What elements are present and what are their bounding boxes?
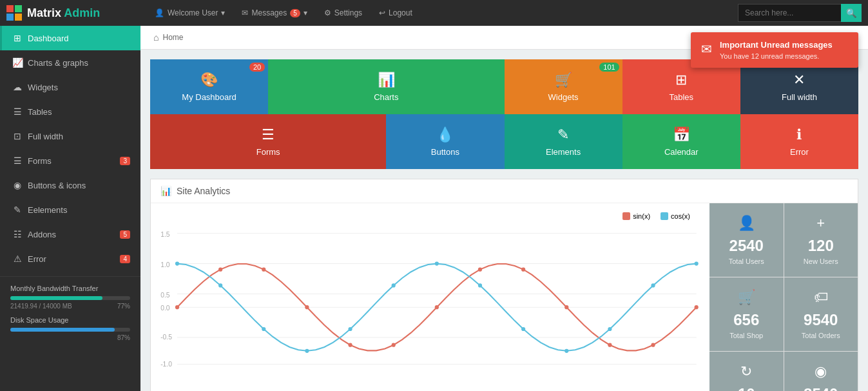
sidebar-badge: 4 [120, 255, 130, 263]
stat-card-ongoing-orders[interactable]: ◉ 8540 Ongoing Orders [784, 352, 858, 391]
svg-text:-0.5: -0.5 [160, 334, 172, 341]
sidebar-label: Dashboard [28, 34, 69, 43]
charts-label: Charts [374, 92, 398, 102]
tile-error[interactable]: ℹ Error [740, 114, 858, 169]
search-input[interactable] [738, 4, 841, 22]
sin-dot [651, 343, 655, 347]
sin-dot [478, 268, 482, 272]
error-label: Error [790, 147, 809, 157]
stat-card-total-orders[interactable]: 🏷 9540 Total Orders [784, 277, 858, 351]
user-dropdown-icon: ▾ [221, 8, 225, 17]
mydashboard-icon: 🎨 [200, 72, 218, 88]
tile-calendar[interactable]: 📅 Calendar [622, 114, 740, 169]
sidebar-item-charts---graphs[interactable]: 📈 Charts & graphs [0, 50, 140, 75]
sidebar-label: Eelements [28, 205, 67, 215]
brand-logo [6, 5, 22, 21]
tile-row-2: ☰ Forms 💧 Buttons ✎ Elements 📅 Calendar … [150, 114, 858, 169]
legend-sin: sin(x) [622, 212, 650, 220]
brand: Matrix Admin [6, 5, 147, 21]
notification-body: You have 12 unread messages. [720, 52, 833, 60]
disk-bar-bg [10, 328, 130, 332]
cos-dot [478, 283, 482, 287]
sin-dot [348, 343, 352, 347]
sidebar-icon: ✎ [12, 205, 23, 215]
svg-text:1.0: 1.0 [160, 261, 170, 268]
disk-percent: 87% [117, 334, 130, 341]
search-icon: 🔍 [846, 8, 857, 18]
cos-dot [564, 349, 568, 353]
bandwidth-title: Monthly Bandwidth Transfer [10, 285, 130, 292]
tile-charts[interactable]: 📊 Charts [268, 59, 504, 114]
user-menu-button[interactable]: 👤 Welcome User ▾ [147, 0, 233, 26]
svg-text:1.5: 1.5 [160, 231, 170, 238]
sidebar-label: Error [28, 254, 46, 264]
stat-label: Total Users [729, 257, 764, 265]
cos-dot [521, 327, 525, 331]
mydashboard-badge: 20 [249, 63, 265, 72]
search-button[interactable]: 🔍 [841, 4, 862, 22]
messages-label: Messages [251, 8, 287, 17]
legend-sin-label: sin(x) [633, 212, 650, 220]
sidebar-icon: ☁ [12, 82, 23, 92]
sidebar-label: Full width [28, 132, 63, 141]
sidebar-label: Tables [28, 107, 52, 117]
sidebar-label: Addons [28, 230, 56, 239]
chart-area: sin(x) cos(x) 1.5 1.0 0.5 0.0 -0.5 [151, 203, 709, 391]
logout-button[interactable]: ↩ Logout [371, 0, 420, 26]
cos-dot [218, 283, 222, 287]
sidebar-nav: ⊞ Dashboard 📈 Charts & graphs ☁ Widgets … [0, 26, 140, 271]
sidebar-item-forms[interactable]: ☰ Forms 3 [0, 148, 140, 173]
settings-button[interactable]: ⚙ Settings [316, 0, 370, 26]
envelope-icon: ✉ [242, 8, 248, 17]
widgets-badge: 101 [599, 63, 619, 72]
messages-button[interactable]: ✉ Messages 5 ▾ [234, 0, 314, 26]
sidebar-item-tables[interactable]: ☰ Tables [0, 99, 140, 124]
stat-label: Total Shop [729, 332, 763, 339]
stat-card-total-shop[interactable]: 🛒 656 Total Shop [709, 277, 784, 351]
tile-elements[interactable]: ✎ Elements [505, 114, 622, 169]
legend-cos-label: cos(x) [671, 212, 690, 220]
breadcrumb-home-label: Home [162, 33, 183, 42]
legend-cos: cos(x) [661, 212, 690, 220]
sidebar-badge: 5 [120, 230, 130, 239]
tile-forms[interactable]: ☰ Forms [150, 114, 386, 169]
sin-dot [175, 305, 179, 309]
fullwidth-label: Full width [782, 92, 817, 102]
notification-popup[interactable]: ✉ Important Unread messages You have 12 … [691, 32, 858, 68]
cos-dot [651, 283, 655, 287]
sidebar-item-eelements[interactable]: ✎ Eelements [0, 197, 140, 222]
analytics-header: 📊 Site Analytics [151, 179, 858, 203]
stat-card-total-users[interactable]: 👤 2540 Total Users [709, 203, 784, 277]
tile-widgets[interactable]: 101 🛒 Widgets [505, 59, 622, 114]
stat-card-printing-orders[interactable]: ↻ 10 Printing Orders [709, 352, 784, 391]
elements-icon: ✎ [557, 126, 569, 143]
sidebar-item-error[interactable]: ⚠ Error 4 [0, 246, 140, 271]
legend-cos-dot [661, 212, 668, 220]
calendar-label: Calendar [664, 147, 699, 157]
analytics-title: Site Analytics [177, 186, 230, 196]
sidebar-item-addons[interactable]: ☷ Addons 5 [0, 222, 140, 246]
sidebar-item-widgets[interactable]: ☁ Widgets [0, 75, 140, 99]
elements-label: Elements [546, 147, 581, 157]
fullwidth-icon: ✕ [793, 72, 805, 88]
sidebar-item-full-width[interactable]: ⊡ Full width [0, 124, 140, 148]
disk-bar [10, 328, 115, 332]
stat-number: 8540 [804, 385, 838, 391]
settings-label: Settings [334, 8, 362, 17]
sin-dot [521, 268, 525, 272]
tile-buttons[interactable]: 💧 Buttons [386, 114, 504, 169]
sin-dot [564, 305, 568, 309]
svg-text:0.5: 0.5 [160, 292, 170, 299]
stat-card-new-users[interactable]: + 120 New Users [784, 203, 858, 277]
sidebar: ⊞ Dashboard 📈 Charts & graphs ☁ Widgets … [0, 26, 140, 391]
bandwidth-percent: 77% [117, 303, 130, 310]
tile-mydashboard[interactable]: 20 🎨 My Dashboard [150, 59, 268, 114]
sidebar-item-buttons---icons[interactable]: ◉ Buttons & icons [0, 173, 140, 197]
logout-label: Logout [389, 8, 412, 17]
forms-label: Forms [256, 147, 280, 157]
bandwidth-detail: 21419.94 / 14000 MB 77% [10, 303, 130, 310]
disk-detail: 87% [10, 334, 130, 341]
sidebar-item-dashboard[interactable]: ⊞ Dashboard [0, 26, 140, 50]
stat-number: 2540 [729, 237, 764, 255]
bandwidth-bar [10, 296, 102, 300]
